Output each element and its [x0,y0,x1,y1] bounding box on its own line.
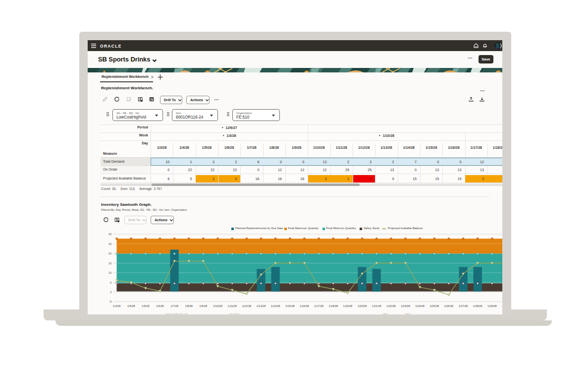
svg-text:1/29/28: 1/29/28 [487,305,497,307]
svg-text:1/27/28: 1/27/28 [459,305,468,307]
svg-text:1/10/28: 1/10/28 [213,305,222,307]
svg-text:30: 30 [108,232,112,236]
svg-text:1/3/28: 1/3/28 [113,305,121,307]
svg-text:1/21/28: 1/21/28 [372,305,381,307]
svg-text:1/30/28: 1/30/28 [502,305,502,307]
svg-text:15: 15 [108,261,112,265]
svg-text:1/23/28: 1/23/28 [401,305,410,307]
svg-text:1/6/28: 1/6/28 [156,305,164,307]
svg-text:1/26/28: 1/26/28 [444,305,454,307]
svg-text:1/15/28: 1/15/28 [285,305,295,307]
svg-text:1/13/28: 1/13/28 [257,305,266,307]
svg-text:1/22/28: 1/22/28 [386,305,396,307]
svg-text:5: 5 [110,281,112,284]
svg-text:1/14/28: 1/14/28 [271,305,280,307]
svg-text:1/20/28: 1/20/28 [358,305,367,307]
svg-text:1/28/28: 1/28/28 [473,305,482,307]
svg-text:1/8/28: 1/8/28 [185,305,193,307]
svg-text:1/4/28: 1/4/28 [127,305,135,307]
svg-text:1/9/28: 1/9/28 [200,305,208,307]
svg-text:1/7/28: 1/7/28 [170,305,178,307]
svg-text:1/12/28: 1/12/28 [242,305,251,307]
svg-text:25: 25 [108,242,112,245]
svg-text:20: 20 [108,251,112,255]
svg-text:1/5/28: 1/5/28 [142,305,150,307]
svg-text:-5: -5 [109,300,112,303]
svg-text:10: 10 [108,271,112,274]
svg-text:1/17/28: 1/17/28 [314,305,323,307]
svg-text:1/19/28: 1/19/28 [343,305,353,307]
svg-text:1/25/28: 1/25/28 [429,305,439,307]
svg-text:0: 0 [110,290,112,294]
svg-text:1/24/28: 1/24/28 [415,305,425,307]
svg-text:1/18/28: 1/18/28 [328,305,338,307]
svg-text:1/11/28: 1/11/28 [228,305,237,307]
svg-text:1/16/28: 1/16/28 [300,305,309,307]
